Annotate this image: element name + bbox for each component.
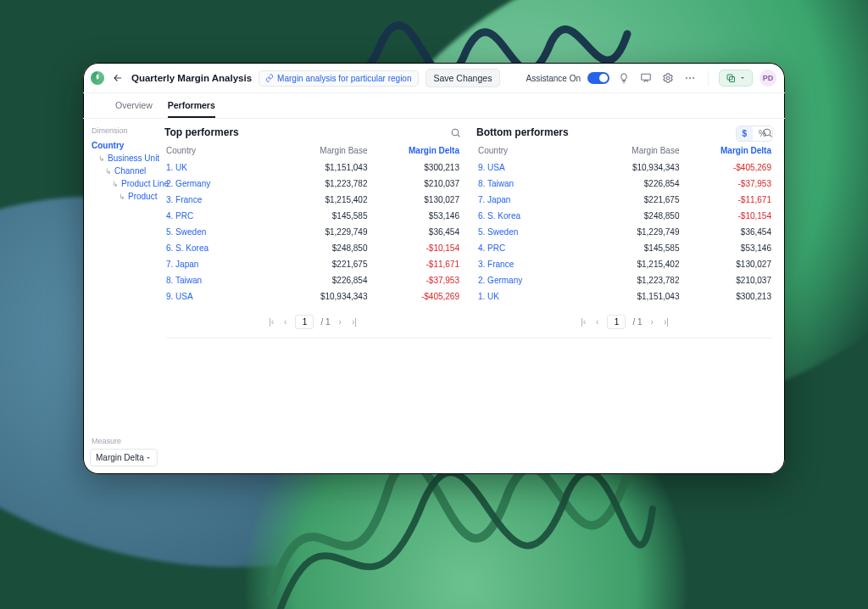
unit-dollar[interactable]: $	[737, 126, 754, 141]
back-button[interactable]	[111, 71, 125, 85]
country-cell[interactable]: 6. S. Korea	[164, 240, 277, 256]
pager-last[interactable]: ›|	[350, 316, 359, 328]
bottom-pager: |‹ ‹ / 1 › ›|	[476, 315, 773, 329]
svg-point-3	[689, 77, 691, 79]
tree-arrow-icon: ↳	[119, 193, 125, 201]
content-divider	[166, 338, 771, 338]
more-icon[interactable]	[682, 70, 698, 86]
chevron-down-icon	[145, 455, 152, 461]
pager-page-input[interactable]	[607, 315, 626, 329]
table-row: 4. PRC$145,585$53,146	[476, 240, 773, 256]
pager-first[interactable]: |‹	[267, 316, 275, 328]
dimension-channel[interactable]: ↳Channel	[90, 165, 158, 177]
assistance-toggle[interactable]	[587, 72, 609, 84]
margin-base-cell: $221,675	[589, 192, 682, 208]
country-cell[interactable]: 4. PRC	[476, 240, 589, 256]
pager-last[interactable]: ›|	[662, 316, 670, 328]
country-cell[interactable]: 7. Japan	[476, 192, 589, 208]
country-cell[interactable]: 2. Germany	[164, 176, 277, 192]
margin-base-cell: $10,934,343	[277, 288, 370, 304]
col-margin-delta[interactable]: Margin Delta	[370, 143, 462, 159]
pager-next[interactable]: ›	[649, 316, 655, 328]
country-cell[interactable]: 1. UK	[476, 288, 589, 304]
svg-point-7	[452, 129, 459, 136]
tab-performers[interactable]: Performers	[168, 93, 215, 118]
top-performers-table: Country Margin Base Margin Delta 1. UK$1…	[164, 143, 461, 304]
dimension-label: Channel	[114, 166, 146, 176]
dimension-label: Product	[128, 192, 157, 201]
page-title: Quarterly Margin Analysis	[131, 73, 252, 83]
pager-page-input[interactable]	[295, 315, 314, 329]
margin-delta-cell: -$10,154	[682, 208, 774, 224]
insight-pill[interactable]: Margin analysis for particular region	[259, 70, 418, 87]
pager-first[interactable]: |‹	[579, 316, 587, 328]
dimension-business-unit[interactable]: ↳Business Unit	[90, 152, 158, 165]
country-cell[interactable]: 6. S. Korea	[476, 208, 589, 224]
margin-delta-cell: -$37,953	[370, 272, 462, 288]
tab-overview[interactable]: Overview	[115, 93, 153, 118]
col-margin-base[interactable]: Margin Base	[589, 143, 682, 159]
dimension-product[interactable]: ↳Product	[90, 190, 158, 203]
country-cell[interactable]: 8. Taiwan	[476, 176, 589, 192]
margin-base-cell: $145,585	[277, 208, 370, 224]
table-row: 2. Germany$1,223,782$210,037	[164, 176, 461, 192]
present-icon[interactable]	[638, 70, 654, 86]
country-cell[interactable]: 9. USA	[164, 288, 277, 304]
margin-base-cell: $226,854	[277, 272, 370, 288]
table-row: 5. Sweden$1,229,749$36,454	[164, 224, 461, 240]
dimension-product-line[interactable]: ↳Product Line	[90, 177, 158, 190]
pager-next[interactable]: ›	[337, 316, 343, 328]
country-cell[interactable]: 5. Sweden	[476, 224, 589, 240]
save-button[interactable]: Save Changes	[426, 69, 501, 87]
country-cell[interactable]: 4. PRC	[164, 208, 277, 224]
country-cell[interactable]: 3. France	[164, 192, 277, 208]
table-row: 3. France$1,215,402$130,027	[164, 192, 461, 208]
margin-delta-cell: -$10,154	[370, 240, 462, 256]
link-icon	[265, 74, 274, 82]
avatar[interactable]: PD	[760, 70, 776, 87]
table-row: 4. PRC$145,585$53,146	[164, 208, 461, 224]
search-icon[interactable]	[450, 127, 461, 138]
country-cell[interactable]: 5. Sweden	[164, 224, 277, 240]
country-cell[interactable]: 2. Germany	[476, 272, 589, 288]
country-cell[interactable]: 8. Taiwan	[164, 272, 277, 288]
country-cell[interactable]: 3. France	[476, 256, 589, 272]
margin-base-cell: $221,675	[277, 256, 370, 272]
country-cell[interactable]: 7. Japan	[164, 256, 277, 272]
col-country[interactable]: Country	[164, 143, 277, 159]
bottom-performers-panel: Bottom performers Country Margin Base Ma…	[476, 126, 773, 338]
margin-delta-cell: -$37,953	[682, 176, 774, 192]
margin-base-cell: $248,850	[277, 240, 370, 256]
country-cell[interactable]: 1. UK	[164, 159, 277, 176]
bottom-performers-table: Country Margin Base Margin Delta 9. USA$…	[476, 143, 773, 304]
measure-select[interactable]: Margin Delta	[90, 449, 158, 467]
pager-prev[interactable]: ‹	[594, 316, 600, 328]
col-margin-delta[interactable]: Margin Delta	[682, 143, 774, 159]
dimension-country[interactable]: Country	[90, 139, 158, 152]
margin-delta-cell: $300,213	[682, 288, 774, 304]
tabs: Overview Performers	[83, 93, 785, 119]
pager-prev[interactable]: ‹	[282, 316, 288, 328]
table-row: 7. Japan$221,675-$11,671	[164, 256, 461, 272]
idea-icon[interactable]	[616, 70, 632, 86]
country-cell[interactable]: 9. USA	[476, 159, 589, 176]
unit-toggle: $ %	[736, 126, 773, 142]
dimension-label: Country	[92, 141, 124, 150]
header-bar: Quarterly Margin Analysis Margin analysi…	[83, 63, 785, 93]
tree-arrow-icon: ↳	[105, 167, 112, 176]
margin-delta-cell: -$405,269	[682, 159, 774, 176]
table-row: 8. Taiwan$226,854-$37,953	[164, 272, 461, 288]
svg-point-1	[666, 76, 670, 80]
col-country[interactable]: Country	[476, 143, 589, 159]
app-logo	[91, 71, 104, 85]
unit-percent[interactable]: %	[753, 126, 772, 141]
settings-icon[interactable]	[660, 70, 676, 86]
margin-base-cell: $1,229,749	[589, 224, 682, 240]
margin-base-cell: $1,229,749	[277, 224, 370, 240]
action-dropdown[interactable]	[719, 70, 753, 87]
col-margin-base[interactable]: Margin Base	[277, 143, 370, 159]
tree-arrow-icon: ↳	[112, 180, 119, 188]
svg-point-4	[693, 77, 694, 79]
margin-base-cell: $1,151,043	[589, 288, 682, 304]
table-row: 2. Germany$1,223,782$210,037	[476, 272, 773, 288]
